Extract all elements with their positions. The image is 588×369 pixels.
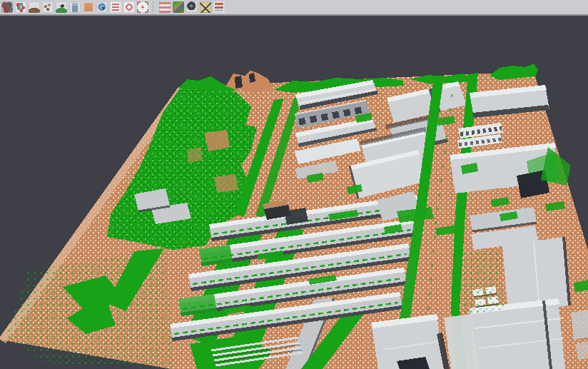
globe-icon[interactable] xyxy=(96,1,108,13)
striped-flag-icon[interactable] xyxy=(213,1,225,13)
point-cloud-pair-icon[interactable] xyxy=(1,1,13,13)
crossed-box-icon[interactable] xyxy=(200,1,211,13)
right-bits-1 xyxy=(571,310,588,340)
point-cloud-render xyxy=(0,17,588,369)
orange-plane-icon[interactable] xyxy=(83,1,94,13)
terrain-green-icon[interactable] xyxy=(56,1,67,13)
sparse-green-bottomleft xyxy=(6,250,176,369)
toolbar xyxy=(0,0,588,16)
sparse-green-right xyxy=(460,248,504,314)
group-separator xyxy=(153,1,158,13)
sparse-points-icon[interactable] xyxy=(42,1,54,13)
red-ring-icon[interactable] xyxy=(123,1,135,13)
dark-sphere-icon[interactable] xyxy=(186,1,198,13)
field-hole-2 xyxy=(214,174,238,193)
red-list-icon[interactable] xyxy=(110,1,121,13)
selection-corners-icon[interactable] xyxy=(137,1,148,13)
registration-points-icon[interactable] xyxy=(15,1,26,13)
render-viewport-3d[interactable] xyxy=(0,17,588,369)
terrain-brown-icon[interactable] xyxy=(29,1,40,13)
profile-column-icon[interactable] xyxy=(69,1,81,13)
pixel-checker-icon[interactable] xyxy=(159,1,171,13)
classification-map-icon[interactable] xyxy=(173,1,184,13)
